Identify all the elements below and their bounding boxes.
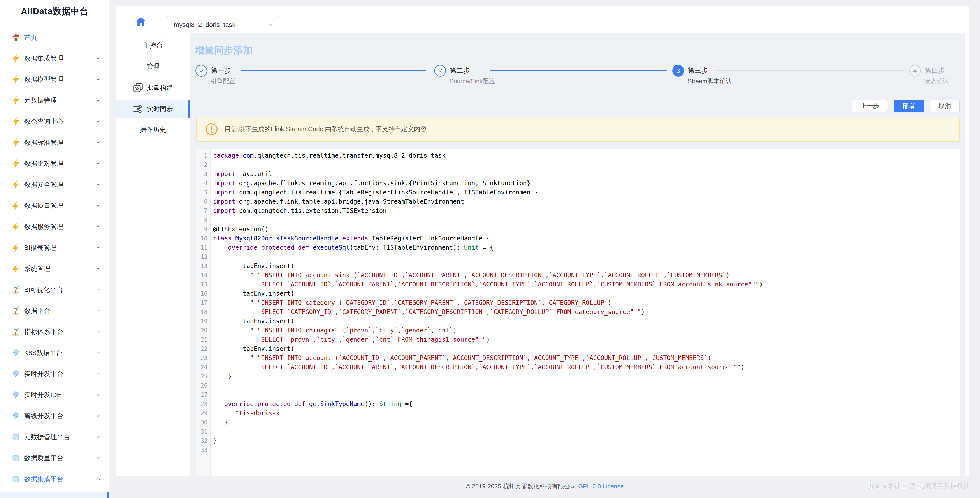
deploy-button[interactable]: 部署 xyxy=(894,100,924,112)
chevron-up-icon xyxy=(95,476,101,482)
code-line: override protected def executeSql(tabEnv… xyxy=(213,243,960,252)
bolt-icon xyxy=(11,264,20,273)
sidebar-item-元数据管理平台[interactable]: 元数据管理平台 xyxy=(0,426,110,447)
sidebar-item-数据集成管理[interactable]: 数据集成管理 xyxy=(0,48,110,69)
prev-step-button[interactable]: 上一步 xyxy=(851,100,888,112)
step-1-circle: 1 xyxy=(196,65,207,77)
code-editor: 1234567891011121314151617181920212223242… xyxy=(196,149,960,476)
sidebar-item-label: 数据安全管理 xyxy=(24,180,95,189)
nav-item-主控台[interactable]: 主控台 xyxy=(116,37,190,54)
sidebar-item-label: 数据比对管理 xyxy=(24,159,95,168)
chevron-down-icon xyxy=(95,434,101,440)
sidebar-item-指标体系平台[interactable]: 指标体系平台 xyxy=(0,321,110,342)
code-line: "tis-doris-x" xyxy=(213,409,960,418)
sidebar-item-实时开发IDE[interactable]: 实时开发IDE xyxy=(0,384,110,405)
code-line xyxy=(213,252,960,262)
bolt-icon xyxy=(11,243,20,252)
bolt-icon xyxy=(11,180,20,189)
chevron-down-icon xyxy=(95,118,101,124)
code-line: SELECT `ACCOUNT_ID`,`ACCOUNT_PARENT`,`AC… xyxy=(213,363,960,372)
chevron-down-icon xyxy=(95,308,101,314)
sidebar-item-label: 数据质量平台 xyxy=(24,453,95,463)
code-line: tabEnv.insert( xyxy=(213,344,960,353)
code-line: SELECT `CATEGORY_ID`,`CATEGORY_PARENT`,`… xyxy=(213,308,960,317)
step-3-circle: 3 xyxy=(672,65,684,77)
chevron-down-icon xyxy=(95,203,101,209)
chevron-down-icon xyxy=(95,455,101,461)
sidebar-active-submenu-strip[interactable] xyxy=(0,492,110,498)
sidebar-item-K8S数据平台[interactable]: K8S数据平台 xyxy=(0,342,110,363)
sidebar-item-数据质量平台[interactable]: 数据质量平台 xyxy=(0,447,110,468)
nav-item-操作历史[interactable]: 操作历史 xyxy=(116,121,190,139)
nav-item-实时同步[interactable]: 实时同步 xyxy=(116,100,190,118)
nav-item-管理[interactable]: 管理 xyxy=(116,57,190,75)
main-card: mysql8_2_doris_task 主控台管理批量构建实时同步操作历史 增量… xyxy=(116,6,969,476)
bolt-icon xyxy=(11,75,20,84)
nav-item-label: 操作历史 xyxy=(140,125,166,134)
sidebar-item-数据标准管理[interactable]: 数据标准管理 xyxy=(0,132,110,153)
chevron-down-icon xyxy=(95,266,101,272)
step-connector-1 xyxy=(241,70,426,70)
sidebar-item-元数据管理[interactable]: 元数据管理 xyxy=(0,90,110,111)
code-line: package com.qlangtech.tis.realtime.trans… xyxy=(213,151,960,160)
bolt-icon xyxy=(11,201,20,210)
license-link[interactable]: GPL-3.0 License xyxy=(578,483,624,490)
chevron-down-icon xyxy=(95,244,101,251)
task-select[interactable]: mysql8_2_doris_task xyxy=(167,16,280,34)
sidebar-item-BI可视化平台[interactable]: BI可视化平台 xyxy=(0,279,110,300)
sidebar-item-label: 数据集成管理 xyxy=(24,54,95,63)
sidebar-item-label: 数据集成平台 xyxy=(24,474,95,484)
sidebar-item-数据集成平台[interactable]: 数据集成平台 xyxy=(0,468,110,490)
step-2-text: 第二步 Source/Sink配置 xyxy=(450,66,495,85)
active-indicator-bar xyxy=(107,492,110,498)
sidebar-item-数据平台[interactable]: 数据平台 xyxy=(0,300,110,321)
sidebar-item-数据质量管理[interactable]: 数据质量管理 xyxy=(0,195,110,216)
code-line xyxy=(213,427,960,436)
code-line xyxy=(213,381,960,390)
sidebar-item-label: 数据质量管理 xyxy=(24,201,95,210)
chevron-down-icon xyxy=(267,21,274,28)
warning-text: 目前,以下生成的Flink Stream Code 由系统自动生成，不支持自定义… xyxy=(224,125,426,134)
step-4-text: 第四步 状态确认 xyxy=(924,66,949,85)
chevron-down-icon xyxy=(95,56,101,62)
bolt-icon xyxy=(11,138,20,147)
sidebar-item-系统管理[interactable]: 系统管理 xyxy=(0,258,110,279)
step-connector-2 xyxy=(490,70,668,70)
ice-icon xyxy=(11,453,20,462)
chevron-down-icon xyxy=(95,139,101,146)
gem-icon xyxy=(11,412,20,420)
code-line: import org.apache.flink.streaming.api.fu… xyxy=(213,179,960,188)
sidebar-item-数据安全管理[interactable]: 数据安全管理 xyxy=(0,174,110,195)
sidebar-item-数仓查询中心[interactable]: 数仓查询中心 xyxy=(0,111,110,132)
sidebar-item-BI报表管理[interactable]: BI报表管理 xyxy=(0,237,110,258)
sidebar-item-首页[interactable]: 首页 xyxy=(0,27,110,48)
sidebar-item-label: 数据模型管理 xyxy=(24,75,95,84)
code-line: @TISExtension() xyxy=(213,225,960,234)
home-button[interactable] xyxy=(135,16,146,27)
copyright-text: © 2019-2025 杭州奥零数据科技有限公司 xyxy=(466,483,576,490)
sidebar-menu: 首页数据集成管理数据模型管理元数据管理数仓查询中心数据标准管理数据比对管理数据安… xyxy=(0,27,110,490)
code-line: """INSERT INTO account (`ACCOUNT_ID`,`AC… xyxy=(213,353,960,363)
sidebar-item-label: 指标体系平台 xyxy=(24,327,95,337)
sidebar-item-label: 首页 xyxy=(24,33,101,42)
sidebar-item-label: 数仓查询中心 xyxy=(24,117,95,126)
page: AllData数据中台 首页数据集成管理数据模型管理元数据管理数仓查询中心数据标… xyxy=(0,0,980,498)
code-line: class Mysql82DorisTaskSourceHandle exten… xyxy=(213,234,960,243)
code-line: import java.util xyxy=(213,169,960,179)
cancel-button[interactable]: 取消 xyxy=(930,100,960,112)
copyright: © 2019-2025 杭州奥零数据科技有限公司 GPL-3.0 License xyxy=(110,482,980,490)
chevron-down-icon xyxy=(95,413,101,419)
sidebar-item-label: K8S数据平台 xyxy=(24,348,95,358)
sidebar-item-数据模型管理[interactable]: 数据模型管理 xyxy=(0,69,110,90)
sidebar-item-数据比对管理[interactable]: 数据比对管理 xyxy=(0,153,110,174)
sidebar-item-label: 系统管理 xyxy=(24,264,95,273)
code-line: tabEnv.insert( xyxy=(213,317,960,326)
sidebar-item-实时开发平台[interactable]: 实时开发平台 xyxy=(0,363,110,384)
nav-item-批量构建[interactable]: 批量构建 xyxy=(116,79,190,96)
sidebar-item-离线开发平台[interactable]: 离线开发平台 xyxy=(0,405,110,426)
chevron-down-icon xyxy=(95,329,101,335)
batch-icon xyxy=(133,83,143,93)
gem-icon xyxy=(11,391,20,399)
sidebar-item-数据服务管理[interactable]: 数据服务管理 xyxy=(0,216,110,237)
sidebar-item-label: 数据服务管理 xyxy=(24,222,95,231)
